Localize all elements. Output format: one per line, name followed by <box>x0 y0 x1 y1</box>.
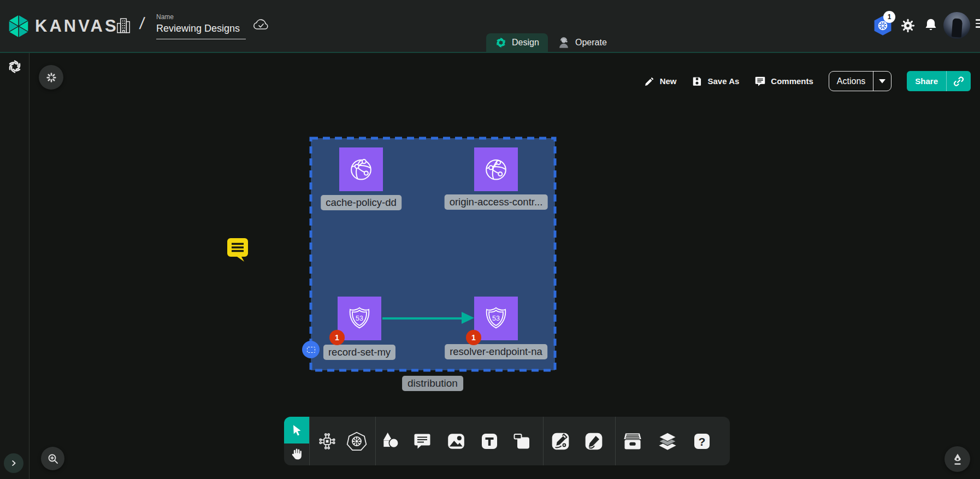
whiteboarding-button[interactable] <box>944 446 970 472</box>
overflow-menu-icon[interactable] <box>976 19 980 30</box>
svg-text:53: 53 <box>492 315 500 322</box>
group-label-distribution[interactable]: distribution <box>402 376 463 391</box>
caret-down-icon <box>879 79 885 84</box>
comments-label: Comments <box>771 76 813 86</box>
share-button[interactable]: Share <box>907 71 971 91</box>
breadcrumb-separator: / <box>139 14 146 33</box>
mesh-chip-icon <box>317 431 337 451</box>
avatar-figure <box>952 18 963 37</box>
save-floppy-icon <box>692 76 702 87</box>
asterisk-flower-icon <box>45 72 57 84</box>
tool-note[interactable] <box>507 417 536 465</box>
cloud-sync-icon[interactable] <box>252 17 270 32</box>
group-drag-handle[interactable] <box>302 341 320 358</box>
tab-design[interactable]: Design <box>486 33 548 52</box>
canvas-toolbar: New Save As Comments Actions <box>644 71 971 91</box>
layers-icon <box>657 431 678 452</box>
sidebar-spiral-icon[interactable] <box>7 58 23 75</box>
group-icon <box>307 347 315 353</box>
pen-path-icon <box>551 431 570 451</box>
tool-shapes[interactable] <box>376 417 405 465</box>
tool-kubernetes[interactable] <box>343 417 371 465</box>
tool-image[interactable] <box>442 417 470 465</box>
name-field-label: Name <box>156 13 249 21</box>
dock-divider <box>309 417 310 465</box>
node-label-cache-policy[interactable]: cache-policy-dd <box>321 195 402 210</box>
save-as-label: Save As <box>707 76 739 86</box>
zoom-in-button[interactable] <box>41 447 64 470</box>
save-as-button[interactable]: Save As <box>692 76 739 87</box>
actions-label: Actions <box>829 72 873 91</box>
tool-comment[interactable] <box>408 417 436 465</box>
route53-shield-icon: 53 <box>343 301 376 335</box>
node-record-set[interactable]: 53 <box>338 297 381 340</box>
settings-gear-icon[interactable] <box>900 18 916 33</box>
user-avatar[interactable] <box>943 12 970 39</box>
drawer-archive-icon <box>622 431 643 452</box>
new-label: New <box>660 76 677 86</box>
notifications-bell-icon[interactable] <box>924 17 938 33</box>
organization-icon[interactable] <box>116 17 131 34</box>
kubernetes-context-badge[interactable]: 1 <box>883 11 895 23</box>
comments-button[interactable]: Comments <box>754 75 813 87</box>
kubernetes-helm-icon <box>346 431 367 452</box>
image-icon <box>446 431 466 451</box>
cursor-arrow-icon <box>290 424 303 437</box>
node-label-resolver-endpoint[interactable]: resolver-endpoint-na <box>445 344 547 359</box>
tool-help[interactable]: ? <box>688 417 716 465</box>
new-button[interactable]: New <box>644 76 677 87</box>
left-sidebar <box>0 53 29 479</box>
sidebar-expand-button[interactable] <box>4 453 23 473</box>
tool-pen[interactable] <box>546 417 575 465</box>
operate-person-icon <box>557 36 570 49</box>
header-divider <box>0 52 980 53</box>
pen-nib-icon <box>951 452 965 466</box>
node-resolver-endpoint[interactable]: 53 <box>474 297 518 340</box>
actions-button[interactable]: Actions <box>829 71 892 91</box>
badge-resolver-endpoint[interactable]: 1 <box>466 330 481 345</box>
edge-record-set-to-resolver[interactable] <box>382 317 463 320</box>
cloudfront-globe-icon <box>344 152 378 186</box>
tool-pencil[interactable] <box>580 417 608 465</box>
kanvas-logo-icon[interactable] <box>8 14 29 39</box>
text-icon <box>480 432 499 451</box>
pencil-icon <box>644 76 655 87</box>
magnifier-plus-icon <box>46 452 60 465</box>
badge-record-set[interactable]: 1 <box>329 330 345 345</box>
tool-layers[interactable] <box>653 417 682 465</box>
canvas-widgets-button[interactable] <box>39 65 63 90</box>
logo-text[interactable]: KANVAS <box>35 16 119 36</box>
node-origin-access-control[interactable] <box>474 147 518 191</box>
design-name-field: Name <box>156 13 249 39</box>
actions-caret[interactable] <box>873 72 891 91</box>
tool-drawer[interactable] <box>618 417 647 465</box>
design-spiral-icon <box>495 37 507 49</box>
tool-select[interactable] <box>284 417 309 443</box>
svg-text:53: 53 <box>356 315 363 322</box>
share-link-section[interactable] <box>946 71 971 91</box>
tab-design-label: Design <box>512 38 539 48</box>
bottom-tool-dock: ? <box>284 417 730 465</box>
node-cache-policy[interactable] <box>339 147 383 191</box>
shapes-icon <box>381 431 400 451</box>
kanvas-app: KANVAS / Name <box>0 0 980 479</box>
link-icon <box>953 75 965 87</box>
canvas-comment-marker[interactable] <box>226 237 249 262</box>
tool-text[interactable] <box>475 417 504 465</box>
note-icon <box>512 432 531 451</box>
tab-operate-label: Operate <box>575 38 607 48</box>
help-question-icon: ? <box>693 432 711 451</box>
tab-operate[interactable]: Operate <box>548 33 616 52</box>
dock-divider <box>615 417 616 465</box>
share-label: Share <box>907 71 946 91</box>
route53-shield-icon: 53 <box>479 301 513 335</box>
dock-divider <box>375 417 376 465</box>
design-name-input[interactable] <box>156 23 246 39</box>
dock-divider <box>543 417 544 465</box>
node-label-origin-access-control[interactable]: origin-access-contr... <box>445 194 548 210</box>
node-label-record-set[interactable]: record-set-my <box>323 345 395 360</box>
tool-pan[interactable] <box>284 443 309 465</box>
tool-mesh-sync[interactable] <box>313 417 341 465</box>
hand-icon <box>290 447 304 462</box>
comment-icon <box>754 75 766 87</box>
